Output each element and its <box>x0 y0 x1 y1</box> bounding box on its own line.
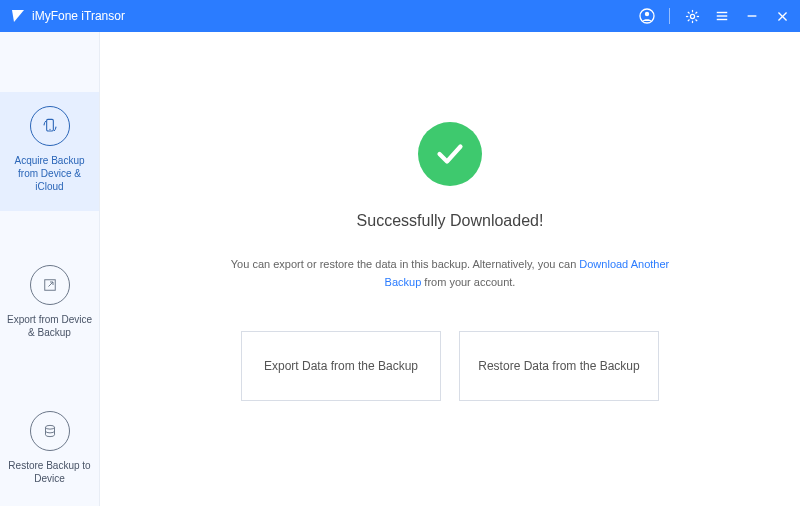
sidebar-item-label: Acquire Backup from Device & iCloud <box>6 154 93 193</box>
svg-line-9 <box>687 19 689 21</box>
svg-line-7 <box>687 11 689 13</box>
svg-line-8 <box>695 19 697 21</box>
sidebar-item-export[interactable]: Export from Device & Backup <box>0 251 99 357</box>
gear-icon[interactable] <box>684 8 700 24</box>
export-data-button[interactable]: Export Data from the Backup <box>241 331 441 401</box>
restore-data-button[interactable]: Restore Data from the Backup <box>459 331 659 401</box>
minimize-button[interactable] <box>744 8 760 24</box>
app-title: iMyFone iTransor <box>32 9 125 23</box>
phone-sync-icon <box>30 106 70 146</box>
svg-point-2 <box>690 14 694 18</box>
export-icon <box>30 265 70 305</box>
svg-point-18 <box>49 129 50 130</box>
status-heading: Successfully Downloaded! <box>357 212 544 230</box>
close-button[interactable] <box>774 8 790 24</box>
app-logo-icon <box>10 8 26 24</box>
sidebar-item-restore[interactable]: Restore Backup to Device <box>0 397 99 503</box>
main-content: Successfully Downloaded! You can export … <box>100 32 800 506</box>
titlebar-controls <box>639 8 790 24</box>
svg-point-22 <box>45 425 54 429</box>
status-description: You can export or restore the data in th… <box>230 256 670 291</box>
export-button-label: Export Data from the Backup <box>264 359 418 373</box>
action-row: Export Data from the Backup Restore Data… <box>241 331 659 401</box>
svg-point-1 <box>645 12 649 16</box>
desc-suffix: from your account. <box>421 276 515 288</box>
titlebar: iMyFone iTransor <box>0 0 800 32</box>
sidebar-item-acquire-backup[interactable]: Acquire Backup from Device & iCloud <box>0 92 99 211</box>
svg-line-10 <box>695 11 697 13</box>
database-restore-icon <box>30 411 70 451</box>
restore-button-label: Restore Data from the Backup <box>478 359 639 373</box>
desc-prefix: You can export or restore the data in th… <box>231 258 580 270</box>
sidebar: Acquire Backup from Device & iCloud Expo… <box>0 32 100 506</box>
account-icon[interactable] <box>639 8 655 24</box>
success-check-icon <box>418 122 482 186</box>
menu-icon[interactable] <box>714 8 730 24</box>
titlebar-separator <box>669 8 670 24</box>
sidebar-item-label: Export from Device & Backup <box>6 313 93 339</box>
titlebar-left: iMyFone iTransor <box>10 8 125 24</box>
sidebar-item-label: Restore Backup to Device <box>6 459 93 485</box>
